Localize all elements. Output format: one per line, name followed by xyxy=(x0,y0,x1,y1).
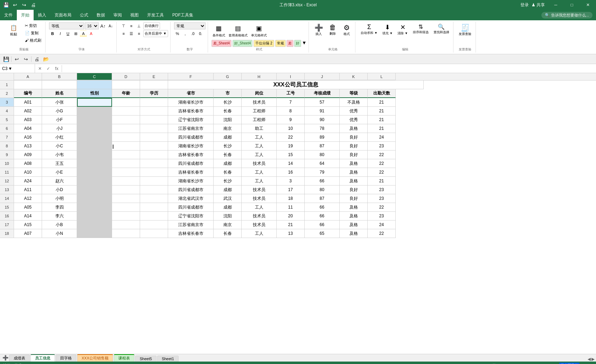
cell-H6[interactable]: 助工 xyxy=(242,124,277,133)
cell-F16[interactable]: 辽宁省沈阳市 xyxy=(168,212,214,220)
cell-B11[interactable]: 小E xyxy=(42,168,77,177)
style-bad[interactable]: 差 xyxy=(286,40,293,47)
audit-button[interactable]: 🧾 发票查验 xyxy=(458,22,472,37)
cell-I9[interactable]: 15 xyxy=(277,150,305,159)
cell-K16[interactable]: 及格 xyxy=(340,212,368,220)
tab-home[interactable]: 开始 xyxy=(17,10,34,20)
cell-C7[interactable] xyxy=(77,133,112,142)
cell-C9[interactable] xyxy=(77,150,112,159)
paste-button[interactable]: 📋 粘贴 xyxy=(5,22,22,38)
cell-H4[interactable]: 工程师 xyxy=(242,107,277,115)
row-header-15[interactable]: 15 xyxy=(0,203,14,212)
col-header-B[interactable]: B xyxy=(42,73,77,80)
cell-H11[interactable]: 工人 xyxy=(242,168,277,177)
sheet-tab-grid[interactable]: 田字格 xyxy=(56,355,76,362)
cell-I8[interactable]: 19 xyxy=(277,142,305,150)
cell-G14[interactable]: 武汉 xyxy=(214,194,242,203)
cell-D5[interactable] xyxy=(112,115,140,124)
cell-G15[interactable]: 成都 xyxy=(214,203,242,212)
cell-F9[interactable]: 吉林省长春市 xyxy=(168,150,214,159)
row-header-11[interactable]: 11 xyxy=(0,168,14,177)
zoom-in-button[interactable]: ＋ xyxy=(527,363,531,364)
cell-B9[interactable]: 小韦 xyxy=(42,150,77,159)
cell-A17[interactable]: A15 xyxy=(14,220,42,229)
cell-L3[interactable]: 21 xyxy=(368,98,396,107)
tab-developer[interactable]: 开发工具 xyxy=(143,10,168,20)
cell-H5[interactable]: 工程师 xyxy=(242,115,277,124)
tab-view[interactable]: 视图 xyxy=(126,10,143,20)
cell-L5[interactable]: 21 xyxy=(368,115,396,124)
cell-G3[interactable]: 长沙 xyxy=(214,98,242,107)
cell-E5[interactable] xyxy=(140,115,168,124)
cell-B7[interactable]: 小红 xyxy=(42,133,77,142)
cell-A12[interactable]: A24 xyxy=(14,177,42,186)
cell-H12[interactable]: 工人 xyxy=(242,177,277,186)
cell-D11[interactable] xyxy=(112,168,140,177)
cell-C11[interactable] xyxy=(77,168,112,177)
merge-cells-button[interactable]: 合并后居中 ▼ xyxy=(143,30,168,37)
cell-L12[interactable]: 21 xyxy=(368,177,396,186)
cell-I6[interactable]: 10 xyxy=(277,124,305,133)
cell-B14[interactable]: 小明 xyxy=(42,194,77,203)
cell-D1[interactable] xyxy=(112,80,140,89)
cell-L16[interactable]: 23 xyxy=(368,212,396,220)
cell-D8[interactable] xyxy=(112,142,140,150)
cell-J2[interactable]: 考核成绩 xyxy=(305,89,340,98)
delete-cells-button[interactable]: 🗑 删除 xyxy=(326,22,339,37)
cell-A14[interactable]: A12 xyxy=(14,194,42,203)
cell-G17[interactable]: 南京 xyxy=(214,220,242,229)
cell-A5[interactable]: A03 xyxy=(14,115,42,124)
cell-F8[interactable]: 湖南省长沙市 xyxy=(168,142,214,150)
cell-C10[interactable] xyxy=(77,159,112,168)
cell-L9[interactable]: 22 xyxy=(368,150,396,159)
bold-button[interactable]: B xyxy=(49,30,56,37)
print-qa-button[interactable]: 🖨 xyxy=(29,1,37,9)
cell-L14[interactable]: 23 xyxy=(368,194,396,203)
percent-button[interactable]: % xyxy=(174,30,181,37)
cell-B2[interactable]: 姓名 xyxy=(42,89,77,98)
cell-H16[interactable]: 技术员 xyxy=(242,212,277,220)
sheet-tab-courses[interactable]: 课程表 xyxy=(114,354,134,362)
cell-A4[interactable]: A02 xyxy=(14,107,42,115)
cell-L17[interactable]: 24 xyxy=(368,220,396,229)
cell-G6[interactable]: 南京 xyxy=(214,124,242,133)
clear-button[interactable]: ✕ 清除 ▼ xyxy=(396,22,409,37)
cancel-formula-button[interactable]: ✕ xyxy=(36,65,43,72)
cell-E14[interactable] xyxy=(140,194,168,203)
cell-E4[interactable] xyxy=(140,107,168,115)
cell-L2[interactable]: 出勤天数 xyxy=(368,89,396,98)
style-bad-sheet4[interactable]: 差_Sheet4 xyxy=(212,40,231,47)
cell-L11[interactable]: 22 xyxy=(368,168,396,177)
cell-B17[interactable]: 小B xyxy=(42,220,77,229)
cell-K8[interactable]: 良好 xyxy=(340,142,368,150)
cell-K7[interactable]: 良好 xyxy=(340,133,368,142)
font-size-decrease-button[interactable]: A↓ xyxy=(107,22,114,29)
tab-insert[interactable]: 插入 xyxy=(34,10,50,20)
sheet-scroll-right[interactable]: ▶ xyxy=(591,357,595,362)
style-good-sheet4[interactable]: 好_Sheet4 xyxy=(233,40,252,47)
formula-input[interactable] xyxy=(62,64,596,73)
font-color-button[interactable]: A xyxy=(88,30,95,37)
undo-button-2[interactable]: ↩ xyxy=(13,55,21,63)
cell-ref-dropdown[interactable]: ▼ xyxy=(8,66,12,71)
cell-E2[interactable]: 学历 xyxy=(140,89,168,98)
cell-A9[interactable]: A09 xyxy=(14,150,42,159)
tab-data[interactable]: 数据 xyxy=(92,10,109,20)
cell-F18[interactable]: 吉林省长春市 xyxy=(168,229,214,238)
cell-A8[interactable]: A13 xyxy=(14,142,42,150)
cell-A18[interactable]: A07 xyxy=(14,229,42,238)
col-header-I[interactable]: I xyxy=(277,73,305,80)
align-bottom-button[interactable]: ⊥ xyxy=(136,22,143,29)
redo-qa-button[interactable]: ↪ xyxy=(20,1,28,9)
cell-J13[interactable]: 80 xyxy=(305,186,340,194)
cell-H17[interactable]: 技术员 xyxy=(242,220,277,229)
col-header-F[interactable]: F xyxy=(168,73,214,80)
cell-G8[interactable]: 长沙 xyxy=(214,142,242,150)
align-center-button[interactable]: ☰ xyxy=(128,30,135,37)
cell-J10[interactable]: 64 xyxy=(305,159,340,168)
cell-F13[interactable]: 四川省成都市 xyxy=(168,186,214,194)
cell-I3[interactable]: 7 xyxy=(277,98,305,107)
cell-D4[interactable] xyxy=(112,107,140,115)
row-header-18[interactable]: 18 xyxy=(0,229,14,238)
cell-C14[interactable] xyxy=(77,194,112,203)
